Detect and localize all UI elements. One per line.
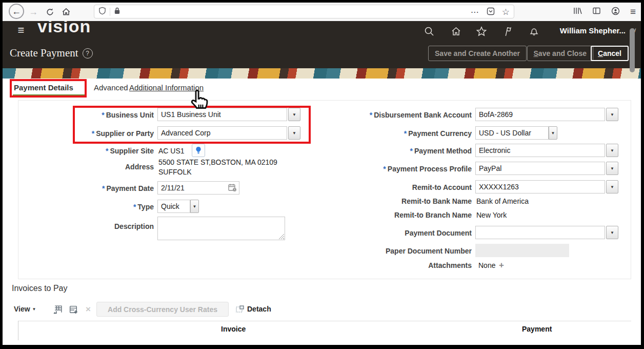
save-and-create-another-button[interactable]: Save and Create Another xyxy=(428,46,527,61)
payment-document-dropdown-button[interactable]: ▼ xyxy=(606,226,618,239)
disbursement-bank-account-label: *Disbursement Bank Account xyxy=(331,111,472,119)
supplier-site-suggestion-bulb-icon[interactable] xyxy=(192,144,205,157)
business-unit-input[interactable]: US1 Business Unit xyxy=(157,108,287,121)
lock-icon[interactable] xyxy=(114,7,120,16)
paper-document-number-label: Paper Document Number xyxy=(331,247,472,255)
active-tab-underline xyxy=(13,94,85,96)
nav-drawer-icon[interactable]: ≡ xyxy=(15,24,27,36)
type-select[interactable]: Quick xyxy=(157,200,190,213)
forward-icon[interactable]: → xyxy=(26,5,41,19)
supplier-site-label: *Supplier Site xyxy=(31,147,154,155)
payment-method-dropdown-button[interactable]: ▼ xyxy=(606,144,618,157)
remit-to-bank-name-label: Remit-to Bank Name xyxy=(331,197,472,205)
payment-process-profile-dropdown-button[interactable]: ▼ xyxy=(606,162,618,175)
add-cross-currency-user-rates-button-disabled: Add Cross-Currency User Rates xyxy=(96,302,229,317)
freeze-columns-icon[interactable] xyxy=(52,304,63,315)
payment-process-profile-label: *Payment Process Profile xyxy=(331,165,472,173)
type-label: *Type xyxy=(31,203,154,211)
remit-to-bank-name-value: Bank of America xyxy=(476,197,529,205)
invoices-to-pay-title: Invoices to Pay xyxy=(12,284,68,293)
supplier-site-value: AC US1 xyxy=(158,147,185,155)
paper-document-number-input-disabled xyxy=(475,244,569,257)
notifications-bell-icon[interactable] xyxy=(528,25,540,37)
supplier-or-party-input[interactable]: Advanced Corp xyxy=(157,126,287,140)
hand-cursor-icon xyxy=(188,88,212,114)
business-unit-dropdown-button[interactable]: ▼ xyxy=(288,108,300,121)
screen: ← → ⋯ ☆ xyxy=(3,3,641,345)
flag-icon[interactable] xyxy=(501,25,514,37)
page-scrollbar-thumb[interactable] xyxy=(630,28,635,72)
attachments-label: Attachments xyxy=(331,261,472,269)
favorites-star-icon[interactable] xyxy=(475,25,488,37)
delete-row-icon-disabled: × xyxy=(83,304,94,315)
type-select-arrow-button[interactable]: ▼ xyxy=(190,200,199,213)
business-unit-label: *Business Unit xyxy=(31,111,154,119)
description-label: Description xyxy=(31,222,154,230)
refresh-icon[interactable] xyxy=(43,5,57,19)
account-icon[interactable] xyxy=(611,7,620,17)
tab-advanced[interactable]: Advanced xyxy=(94,83,128,92)
table-left-border xyxy=(18,321,18,340)
back-icon[interactable]: ← xyxy=(9,4,24,19)
description-textarea[interactable] xyxy=(157,217,285,240)
column-header-invoice[interactable]: Invoice xyxy=(221,325,246,333)
payment-date-label: *Payment Date xyxy=(31,184,154,192)
address-line1: 5500 STATE ST,BOSTON, MA 02109 xyxy=(158,158,277,166)
supplier-or-party-dropdown-button[interactable]: ▼ xyxy=(288,126,300,140)
page-actions-icon[interactable]: ⋯ xyxy=(471,7,479,17)
sidebar-icon[interactable] xyxy=(592,7,601,17)
table-header-top-border xyxy=(18,321,631,321)
disbursement-bank-account-dropdown-button[interactable]: ▼ xyxy=(606,108,618,121)
bookmark-star-icon[interactable]: ☆ xyxy=(502,7,510,17)
address-label: Address xyxy=(31,163,154,171)
add-attachment-plus-icon[interactable]: + xyxy=(499,260,504,270)
date-picker-icon[interactable] xyxy=(228,183,237,194)
help-icon[interactable]: ? xyxy=(83,48,93,59)
home-nav-icon[interactable] xyxy=(450,25,462,37)
detach-label[interactable]: Detach xyxy=(247,305,271,313)
page-title: Create Payment? xyxy=(10,47,93,60)
payment-currency-select-arrow-button[interactable]: ▼ xyxy=(549,126,557,140)
payment-method-label: *Payment Method xyxy=(331,147,472,155)
library-icon[interactable] xyxy=(573,7,582,17)
disbursement-bank-account-input[interactable]: BofA-2869 xyxy=(475,108,605,121)
view-caret-icon: ▼ xyxy=(32,307,36,312)
home-icon[interactable] xyxy=(59,5,73,19)
browser-menu-icon[interactable]: ≡ xyxy=(630,6,636,17)
supplier-or-party-label: *Supplier or Party xyxy=(31,129,154,138)
payment-currency-select[interactable]: USD - US Dollar xyxy=(475,126,549,140)
url-separator xyxy=(110,8,110,16)
view-menu[interactable]: View ▼ xyxy=(14,305,36,313)
detach-icon[interactable] xyxy=(234,304,246,315)
remit-to-account-label: Remit-to Account xyxy=(331,183,472,191)
tab-payment-details[interactable]: Payment Details xyxy=(14,83,73,92)
decorative-banner xyxy=(3,68,641,79)
payment-document-input[interactable] xyxy=(475,226,605,239)
address-bar[interactable]: ⋯ ☆ xyxy=(94,5,514,18)
payment-document-label: Payment Document xyxy=(331,229,472,237)
tracking-shield-icon[interactable] xyxy=(98,7,106,17)
payment-process-profile-input[interactable]: PayPal xyxy=(475,162,605,175)
column-header-payment[interactable]: Payment xyxy=(522,325,552,333)
app-header: ≡ vision William Shepher... ∨ Create Pay… xyxy=(3,21,641,68)
address-line2: SUFFOLK xyxy=(158,168,192,176)
payment-method-input[interactable]: Electronic xyxy=(475,144,605,157)
vision-logo: vision xyxy=(37,21,91,36)
save-and-close-button[interactable]: Save and Close xyxy=(527,46,594,61)
add-row-icon[interactable] xyxy=(68,304,79,315)
remit-to-branch-name-label: Remit-to Branch Name xyxy=(331,211,472,219)
remit-to-account-dropdown-button[interactable]: ▼ xyxy=(606,180,618,193)
search-icon[interactable] xyxy=(423,25,435,37)
user-menu[interactable]: William Shepher... xyxy=(560,26,626,35)
payment-currency-label: *Payment Currency xyxy=(331,129,472,138)
remit-to-account-input[interactable]: XXXXX1263 xyxy=(475,180,605,193)
browser-toolbar: ← → ⋯ ☆ xyxy=(3,3,641,22)
cancel-button[interactable]: Cancel xyxy=(591,46,629,61)
attachments-value: None xyxy=(478,261,495,269)
pocket-icon[interactable] xyxy=(487,7,495,17)
payment-date-input[interactable]: 2/11/21 xyxy=(157,181,239,195)
remit-to-branch-name-value: New York xyxy=(476,211,507,219)
